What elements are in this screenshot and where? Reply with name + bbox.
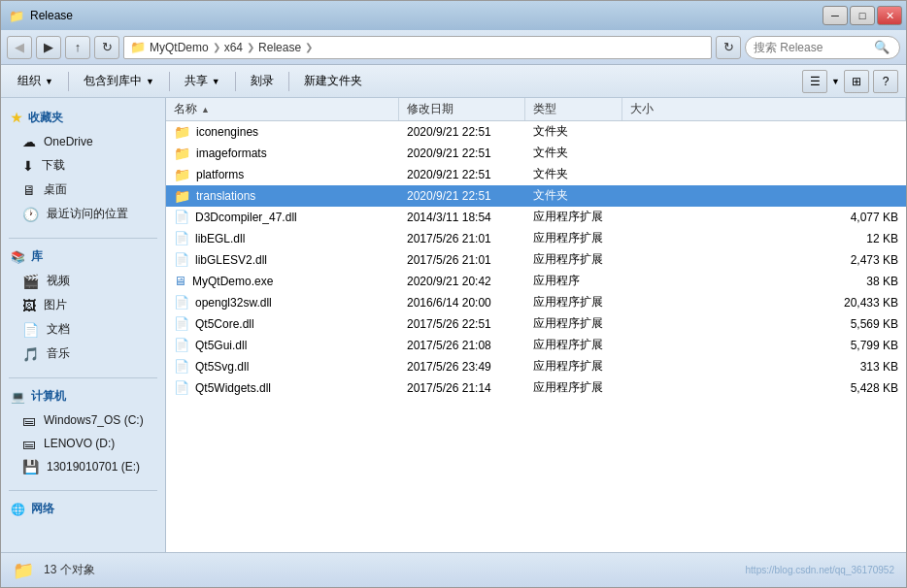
- table-row[interactable]: 📁 imageformats 2020/9/21 22:51 文件夹: [166, 143, 906, 164]
- col-size-label: 大小: [630, 101, 654, 117]
- col-header-size[interactable]: 大小: [622, 98, 906, 120]
- disk-e-icon: 💾: [22, 459, 39, 474]
- up-button[interactable]: ↑: [65, 36, 90, 59]
- file-size-cell: 5,799 KB: [622, 339, 906, 352]
- file-type-cell: 文件夹: [525, 166, 622, 182]
- help-button[interactable]: ?: [873, 70, 898, 93]
- desktop-icon: 🖥: [22, 182, 36, 198]
- sidebar-item-recent[interactable]: 🕐 最近访问的位置: [1, 202, 165, 226]
- sidebar-computer-header[interactable]: 💻 计算机: [1, 384, 165, 408]
- view-arrow[interactable]: ▼: [831, 77, 840, 86]
- burn-button[interactable]: 刻录: [242, 69, 283, 94]
- dll-icon: 📄: [174, 359, 189, 374]
- share-arrow: ▼: [212, 77, 220, 86]
- file-type: 应用程序扩展: [533, 379, 603, 396]
- lenovo-label: LENOVO (D:): [44, 437, 115, 450]
- share-button[interactable]: 共享 ▼: [176, 69, 229, 94]
- new-folder-button[interactable]: 新建文件夹: [295, 69, 371, 94]
- table-row[interactable]: 📄 opengl32sw.dll 2016/6/14 20:00 应用程序扩展 …: [166, 292, 906, 313]
- recent-icon: 🕐: [22, 207, 39, 222]
- exe-icon: 🖥: [174, 274, 186, 288]
- file-name-cell: 📄 Qt5Svg.dll: [166, 359, 399, 374]
- address-refresh-button[interactable]: ↻: [716, 36, 741, 59]
- sidebar-item-video[interactable]: 🎬 视频: [1, 269, 165, 293]
- file-name: libGLESV2.dll: [195, 253, 267, 267]
- file-type-cell: 文件夹: [525, 187, 622, 204]
- file-date: 2020/9/21 20:42: [407, 275, 491, 288]
- forward-button[interactable]: ▶: [36, 36, 61, 59]
- view-list-button[interactable]: ☰: [802, 70, 827, 93]
- file-date-cell: 2020/9/21 22:51: [399, 147, 525, 160]
- file-date-cell: 2017/5/26 21:08: [399, 339, 525, 352]
- sidebar-item-image[interactable]: 🖼 图片: [1, 293, 165, 317]
- status-bar: 📁 13 个对象 https://blog.csdn.net/qq_361709…: [1, 552, 906, 587]
- sidebar-item-onedrive[interactable]: ☁ OneDrive: [1, 130, 165, 153]
- toolbar-sep-1: [68, 72, 69, 91]
- image-label: 图片: [44, 297, 67, 313]
- sidebar-network-header[interactable]: 🌐 网络: [1, 497, 165, 521]
- toolbar-right: ☰ ▼ ⊞ ?: [802, 70, 898, 93]
- music-icon: 🎵: [22, 346, 39, 362]
- file-name-cell: 🖥 MyQtDemo.exe: [166, 274, 399, 288]
- sidebar-library-header[interactable]: 📚 库: [1, 245, 165, 269]
- sidebar-item-music[interactable]: 🎵 音乐: [1, 342, 165, 366]
- refresh-button[interactable]: ↻: [94, 36, 119, 59]
- breadcrumb-part-1[interactable]: MyQtDemo: [150, 41, 209, 54]
- sidebar-item-desktop[interactable]: 🖥 桌面: [1, 178, 165, 202]
- minimize-button[interactable]: ─: [823, 6, 848, 25]
- back-button[interactable]: ◀: [7, 36, 32, 59]
- table-row[interactable]: 📄 Qt5Svg.dll 2017/5/26 23:49 应用程序扩展 313 …: [166, 356, 906, 377]
- table-row[interactable]: 📄 libGLESV2.dll 2017/5/26 21:01 应用程序扩展 2…: [166, 249, 906, 271]
- include-library-button[interactable]: 包含到库中 ▼: [75, 69, 163, 94]
- file-date-cell: 2017/5/26 21:14: [399, 381, 525, 395]
- file-size: 2,473 KB: [851, 253, 898, 267]
- table-row[interactable]: 📄 Qt5Widgets.dll 2017/5/26 21:14 应用程序扩展 …: [166, 377, 906, 399]
- table-row[interactable]: 📄 Qt5Gui.dll 2017/5/26 21:08 应用程序扩展 5,79…: [166, 335, 906, 356]
- sidebar-item-document[interactable]: 📄 文档: [1, 317, 165, 342]
- col-header-name[interactable]: 名称 ▲: [166, 98, 399, 120]
- table-row[interactable]: 📁 iconengines 2020/9/21 22:51 文件夹: [166, 121, 906, 143]
- search-area[interactable]: 🔍: [745, 36, 900, 59]
- music-label: 音乐: [47, 345, 70, 362]
- forward-icon: ▶: [44, 40, 53, 54]
- table-row[interactable]: 📁 translations 2020/9/21 22:51 文件夹: [166, 185, 906, 207]
- file-type-cell: 应用程序: [525, 273, 622, 289]
- table-row[interactable]: 📄 D3Dcompiler_47.dll 2014/3/11 18:54 应用程…: [166, 207, 906, 228]
- file-name-cell: 📄 libGLESV2.dll: [166, 252, 399, 267]
- close-button[interactable]: ✕: [877, 6, 902, 25]
- sidebar-item-win7[interactable]: 🖴 Windows7_OS (C:): [1, 408, 165, 432]
- file-name-cell: 📄 D3Dcompiler_47.dll: [166, 210, 399, 224]
- file-name-cell: 📄 Qt5Core.dll: [166, 316, 399, 331]
- table-row[interactable]: 🖥 MyQtDemo.exe 2020/9/21 20:42 应用程序 38 K…: [166, 271, 906, 292]
- sidebar-favorites-header[interactable]: ★ 收藏夹: [1, 106, 165, 130]
- lenovo-icon: 🖴: [22, 436, 36, 451]
- breadcrumb-part-3[interactable]: Release: [258, 41, 301, 54]
- file-name: Qt5Widgets.dll: [195, 381, 271, 395]
- dll-icon: 📄: [174, 316, 189, 331]
- favorites-label: 收藏夹: [28, 110, 63, 126]
- breadcrumb-part-2[interactable]: x64: [224, 41, 243, 54]
- watermark-text: https://blog.csdn.net/qq_36170952: [746, 565, 894, 575]
- sidebar: ★ 收藏夹 ☁ OneDrive ⬇ 下载 🖥 桌面 🕐 最近访问的位置: [1, 98, 166, 552]
- file-date: 2017/5/26 23:49: [407, 360, 491, 374]
- include-library-arrow: ▼: [146, 77, 154, 86]
- network-label: 网络: [31, 501, 54, 517]
- search-input[interactable]: [754, 41, 870, 54]
- file-name-cell: 📁 platforms: [166, 167, 399, 182]
- table-row[interactable]: 📁 platforms 2020/9/21 22:51 文件夹: [166, 164, 906, 185]
- col-header-type[interactable]: 类型: [525, 98, 622, 120]
- library-label: 库: [31, 248, 43, 265]
- file-type: 文件夹: [533, 166, 568, 182]
- file-name: D3Dcompiler_47.dll: [195, 211, 297, 224]
- view-icons-button[interactable]: ⊞: [844, 70, 869, 93]
- table-row[interactable]: 📄 Qt5Core.dll 2017/5/26 22:51 应用程序扩展 5,5…: [166, 313, 906, 335]
- breadcrumb-bar[interactable]: 📁 MyQtDemo ❯ x64 ❯ Release ❯: [123, 36, 712, 59]
- search-icon[interactable]: 🔍: [874, 40, 890, 54]
- sidebar-item-lenovo[interactable]: 🖴 LENOVO (D:): [1, 432, 165, 455]
- sidebar-item-disk-e[interactable]: 💾 13019010701 (E:): [1, 455, 165, 478]
- col-header-date[interactable]: 修改日期: [399, 98, 525, 120]
- sidebar-item-download[interactable]: ⬇ 下载: [1, 153, 165, 178]
- maximize-button[interactable]: □: [850, 6, 875, 25]
- organize-button[interactable]: 组织 ▼: [9, 69, 62, 94]
- table-row[interactable]: 📄 libEGL.dll 2017/5/26 21:01 应用程序扩展 12 K…: [166, 228, 906, 249]
